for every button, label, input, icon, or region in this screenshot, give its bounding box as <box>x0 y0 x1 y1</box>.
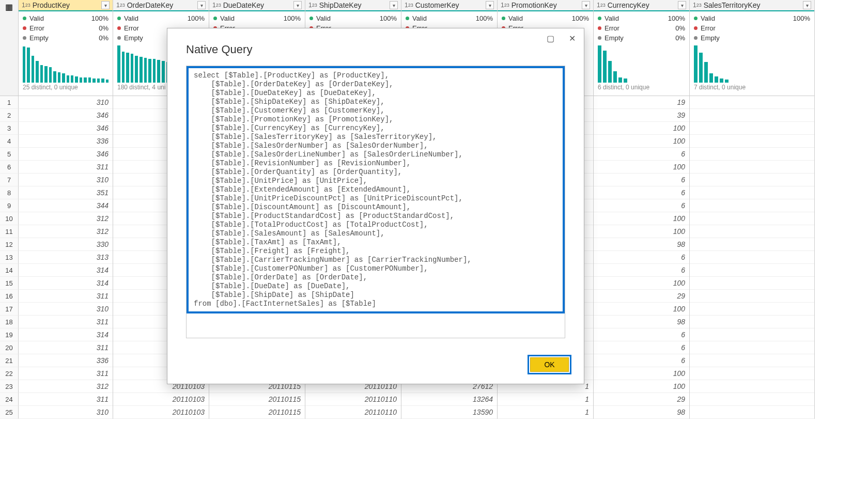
data-cell[interactable]: 98 <box>594 316 689 328</box>
data-cell[interactable]: 314 <box>19 328 113 341</box>
data-cell[interactable]: 314 <box>19 264 113 277</box>
data-cell[interactable]: 1 <box>498 393 593 406</box>
column-filter-dropdown[interactable]: ▾ <box>197 1 206 9</box>
column-filter-dropdown[interactable]: ▾ <box>390 1 398 9</box>
data-cell[interactable]: 351 <box>19 186 113 199</box>
data-cell[interactable] <box>690 109 814 122</box>
data-cell[interactable]: 311 <box>19 393 113 406</box>
column-header[interactable]: 123CurrencyKey▾ <box>594 0 689 11</box>
data-cell[interactable] <box>690 406 814 419</box>
data-cell[interactable]: 344 <box>19 199 113 212</box>
data-cell[interactable] <box>690 122 814 135</box>
column-header[interactable]: 123CustomerKey▾ <box>401 0 497 11</box>
data-cell[interactable]: 100 <box>594 225 689 238</box>
data-cell[interactable]: 313 <box>19 251 113 264</box>
data-cell[interactable]: 346 <box>19 109 113 122</box>
column-header[interactable]: 123SalesTerritoryKey▾ <box>690 0 814 11</box>
row-number[interactable]: 17 <box>0 303 19 316</box>
data-cell[interactable]: 20110103 <box>113 393 209 406</box>
data-cell[interactable]: 29 <box>594 290 689 303</box>
row-number[interactable]: 8 <box>0 186 19 199</box>
data-cell[interactable]: 6 <box>594 341 689 354</box>
row-number[interactable]: 1 <box>0 96 19 109</box>
data-cell[interactable]: 98 <box>594 238 689 251</box>
column-header[interactable]: 123ShipDateKey▾ <box>305 0 401 11</box>
data-cell[interactable]: 20110115 <box>209 393 305 406</box>
data-cell[interactable]: 312 <box>19 380 113 393</box>
data-cell[interactable]: 312 <box>19 225 113 238</box>
row-number[interactable]: 10 <box>0 212 19 225</box>
data-cell[interactable]: 314 <box>19 277 113 290</box>
row-number[interactable]: 6 <box>0 161 19 174</box>
data-cell[interactable] <box>690 174 814 186</box>
data-cell[interactable]: 13264 <box>401 393 497 406</box>
native-query-textbox[interactable]: select [$Table].[ProductKey] as [Product… <box>187 66 565 313</box>
data-cell[interactable] <box>690 148 814 161</box>
column-filter-dropdown[interactable]: ▾ <box>101 1 110 9</box>
column-filter-dropdown[interactable]: ▾ <box>803 1 811 9</box>
data-cell[interactable]: 310 <box>19 303 113 316</box>
data-cell[interactable] <box>690 238 814 251</box>
data-cell[interactable]: 100 <box>594 161 689 174</box>
row-number[interactable]: 16 <box>0 290 19 303</box>
data-cell[interactable]: 6 <box>594 328 689 341</box>
data-cell[interactable]: 100 <box>594 367 689 380</box>
data-cell[interactable]: 336 <box>19 135 113 148</box>
data-cell[interactable]: 100 <box>594 303 689 316</box>
row-number[interactable]: 3 <box>0 122 19 135</box>
column-header[interactable]: 123ProductKey▾ <box>19 0 113 11</box>
data-cell[interactable]: 311 <box>19 367 113 380</box>
data-cell[interactable]: 310 <box>19 406 113 419</box>
column-header[interactable]: 123OrderDateKey▾ <box>113 0 209 11</box>
data-cell[interactable]: 100 <box>594 277 689 290</box>
ok-button[interactable]: OK <box>530 357 569 372</box>
data-cell[interactable] <box>690 212 814 225</box>
data-cell[interactable]: 6 <box>594 174 689 186</box>
data-cell[interactable]: 6 <box>594 264 689 277</box>
row-number[interactable]: 12 <box>0 238 19 251</box>
row-number[interactable]: 11 <box>0 225 19 238</box>
data-cell[interactable] <box>690 186 814 199</box>
data-cell[interactable]: 20110103 <box>113 406 209 419</box>
data-cell[interactable]: 6 <box>594 186 689 199</box>
data-cell[interactable]: 6 <box>594 354 689 367</box>
data-cell[interactable]: 310 <box>19 96 113 109</box>
column-header[interactable]: 123PromotionKey▾ <box>498 0 593 11</box>
data-cell[interactable]: 310 <box>19 174 113 186</box>
data-cell[interactable] <box>690 199 814 212</box>
column-filter-dropdown[interactable]: ▾ <box>293 1 302 9</box>
data-cell[interactable]: 39 <box>594 109 689 122</box>
data-cell[interactable]: 98 <box>594 406 689 419</box>
data-cell[interactable]: 330 <box>19 238 113 251</box>
data-cell[interactable]: 100 <box>594 135 689 148</box>
data-cell[interactable]: 6 <box>594 148 689 161</box>
row-number[interactable]: 9 <box>0 199 19 212</box>
table-icon-cell[interactable]: ▦ <box>0 0 19 96</box>
data-cell[interactable]: 20110110 <box>305 406 401 419</box>
data-cell[interactable] <box>690 380 814 393</box>
data-cell[interactable] <box>690 96 814 109</box>
data-cell[interactable] <box>690 277 814 290</box>
data-cell[interactable]: 13590 <box>401 406 497 419</box>
row-number[interactable]: 22 <box>0 367 19 380</box>
data-cell[interactable]: 346 <box>19 148 113 161</box>
maximize-button[interactable]: ▢ <box>542 33 558 44</box>
data-cell[interactable]: 100 <box>594 122 689 135</box>
data-cell[interactable] <box>690 393 814 406</box>
data-cell[interactable] <box>690 316 814 328</box>
row-number[interactable]: 13 <box>0 251 19 264</box>
data-cell[interactable] <box>690 225 814 238</box>
data-cell[interactable]: 100 <box>594 212 689 225</box>
data-cell[interactable]: 336 <box>19 354 113 367</box>
data-cell[interactable]: 6 <box>594 251 689 264</box>
data-cell[interactable] <box>690 161 814 174</box>
column-header[interactable]: 123DueDateKey▾ <box>209 0 305 11</box>
column-filter-dropdown[interactable]: ▾ <box>678 1 686 9</box>
data-cell[interactable] <box>690 341 814 354</box>
data-cell[interactable]: 311 <box>19 290 113 303</box>
data-cell[interactable]: 346 <box>19 122 113 135</box>
data-cell[interactable] <box>690 290 814 303</box>
row-number[interactable]: 18 <box>0 316 19 328</box>
row-number[interactable]: 4 <box>0 135 19 148</box>
data-cell[interactable]: 19 <box>594 96 689 109</box>
